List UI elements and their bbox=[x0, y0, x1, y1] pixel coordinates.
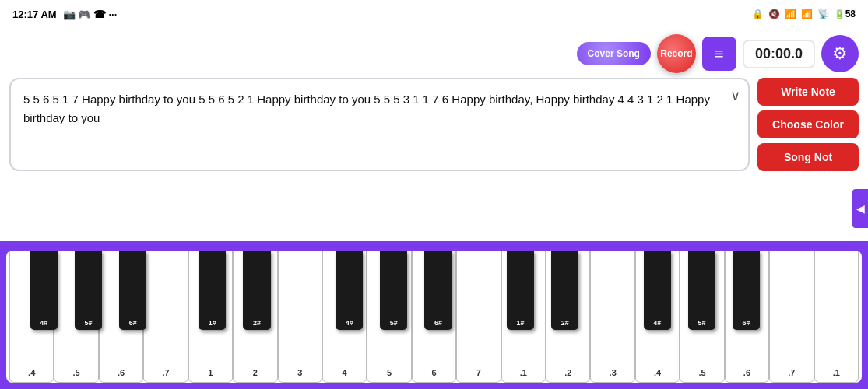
white-key-17[interactable]: .7 bbox=[769, 251, 814, 383]
piano-section: .4.5.6.71234567.1.2.3.4.5.6.7.1 4#5#6#1#… bbox=[0, 241, 868, 389]
black-key-3[interactable]: 1# bbox=[199, 251, 226, 330]
status-bar: 12:17 AM 📷 🎮 ☎ ··· 🔒 🔇 📶 📶 📡 🔋58 bbox=[0, 0, 868, 28]
black-key-9[interactable]: 2# bbox=[551, 251, 578, 330]
black-key-1[interactable]: 5# bbox=[75, 251, 102, 330]
notes-area: ∨ 5 5 6 5 1 7 Happy birthday to you 5 5 … bbox=[9, 78, 750, 171]
settings-button[interactable]: ⚙ bbox=[821, 35, 859, 72]
black-keys-overlay: 4#5#6#1#2#4#5#6#1#2#4#5#6# bbox=[6, 251, 862, 330]
status-right: 🔒 🔇 📶 📶 📡 🔋58 bbox=[752, 9, 856, 19]
choose-color-label: Choose Color bbox=[772, 118, 844, 131]
black-key-2[interactable]: 6# bbox=[119, 251, 146, 330]
cover-song-button[interactable]: Cover Song bbox=[577, 42, 651, 65]
dropdown-arrow[interactable]: ∨ bbox=[730, 87, 740, 104]
black-key-8[interactable]: 1# bbox=[507, 251, 534, 330]
black-key-5[interactable]: 4# bbox=[336, 251, 363, 330]
right-buttons: Write Note Choose Color Song Not bbox=[757, 78, 859, 171]
side-arrow-right[interactable]: ◀ bbox=[852, 189, 868, 228]
network2-icon: 📶 bbox=[801, 9, 813, 19]
choose-color-button[interactable]: Choose Color bbox=[757, 110, 859, 138]
settings-icon: ⚙ bbox=[832, 44, 848, 64]
notes-text: 5 5 6 5 1 7 Happy birthday to you 5 5 6 … bbox=[23, 90, 736, 128]
list-icon: ≡ bbox=[715, 45, 724, 63]
status-left: 12:17 AM 📷 🎮 ☎ ··· bbox=[12, 9, 117, 20]
toolbar: Cover Song Record ≡ 00:00.0 ⚙ bbox=[0, 28, 868, 78]
list-button[interactable]: ≡ bbox=[702, 37, 736, 71]
signal2-icon: 🔇 bbox=[768, 9, 780, 19]
timer-value: 00:00.0 bbox=[755, 46, 803, 61]
cover-song-label: Cover Song bbox=[588, 48, 640, 59]
content-row: ∨ 5 5 6 5 1 7 Happy birthday to you 5 5 … bbox=[0, 78, 868, 241]
white-key-10[interactable]: 7 bbox=[456, 251, 501, 383]
main-area: ◀ Cover Song Record ≡ 00:00.0 ⚙ ∨ 5 5 6 … bbox=[0, 28, 868, 389]
signal-icon: 🔒 bbox=[752, 9, 764, 19]
white-key-3[interactable]: .7 bbox=[143, 251, 188, 383]
battery-icon: 🔋58 bbox=[834, 9, 856, 19]
record-button[interactable]: Record bbox=[657, 34, 696, 73]
status-icons: 📷 🎮 ☎ ··· bbox=[63, 9, 118, 20]
song-not-label: Song Not bbox=[784, 151, 832, 163]
write-note-label: Write Note bbox=[781, 86, 835, 98]
piano-keyboard: .4.5.6.71234567.1.2.3.4.5.6.7.1 4#5#6#1#… bbox=[6, 251, 862, 383]
black-key-12[interactable]: 6# bbox=[733, 251, 760, 330]
song-not-button[interactable]: Song Not bbox=[757, 143, 859, 171]
black-key-11[interactable]: 5# bbox=[688, 251, 715, 330]
wifi-icon: 📡 bbox=[817, 9, 829, 19]
black-key-0[interactable]: 4# bbox=[30, 251, 58, 330]
network-icon: 📶 bbox=[785, 9, 796, 19]
black-key-4[interactable]: 2# bbox=[243, 251, 270, 330]
black-key-10[interactable]: 4# bbox=[644, 251, 671, 330]
black-key-7[interactable]: 6# bbox=[424, 251, 452, 330]
timer-display: 00:00.0 bbox=[743, 40, 815, 68]
white-key-18[interactable]: .1 bbox=[814, 251, 859, 383]
white-key-13[interactable]: .3 bbox=[590, 251, 634, 383]
status-time: 12:17 AM bbox=[12, 9, 57, 20]
record-label: Record bbox=[660, 48, 692, 59]
white-key-6[interactable]: 3 bbox=[278, 251, 322, 383]
black-key-6[interactable]: 5# bbox=[380, 251, 407, 330]
write-note-button[interactable]: Write Note bbox=[757, 78, 859, 106]
